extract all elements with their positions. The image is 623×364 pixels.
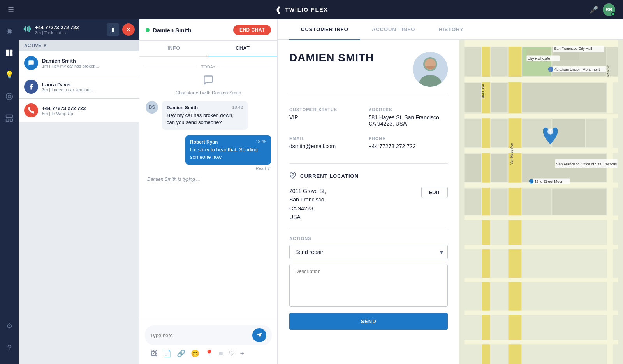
location-section: CURRENT LOCATION 2011 Grove St,San Franc… — [289, 172, 448, 330]
phone-label: PHONE — [369, 136, 448, 141]
chat-started: Chat started with Damien Smith — [146, 75, 271, 96]
user-avatar[interactable]: RR — [603, 4, 615, 16]
location-pin-icon — [289, 172, 296, 180]
tasks-panel: +44 77273 272 722 3m | Task status ⏸ ✕ A… — [19, 19, 139, 364]
map-panel: Ness Ave Van Ness Ave Polk St San Franci… — [459, 40, 623, 364]
chat-tools: 🖼 📄 🔗 😊 📍 ≡ ♡ + — [145, 345, 272, 359]
description-textarea[interactable] — [289, 264, 448, 307]
tab-history[interactable]: HISTORY — [427, 19, 475, 40]
active-call-bar: +44 77273 272 722 3m | Task status ⏸ ✕ — [19, 19, 139, 40]
task-name: Laura Davis — [42, 82, 134, 88]
map-container: Ness Ave Van Ness Ave Polk St San Franci… — [459, 40, 623, 364]
task-item[interactable]: +44 77273 272 722 5m | In Wrap Up — [19, 99, 139, 122]
svg-rect-29 — [465, 245, 618, 249]
end-call-button[interactable]: ✕ — [122, 23, 135, 36]
svg-rect-9 — [24, 28, 25, 30]
svg-text:i: i — [550, 68, 551, 72]
task-list: Damien Smith 1m | Hey my car has broken.… — [19, 51, 139, 364]
topnav: ☰ ❰ TWILIO FLEX 🎤 RR — [0, 0, 623, 19]
svg-text:Van Ness Ave: Van Ness Ave — [510, 143, 514, 164]
email-label: EMAIL — [289, 136, 369, 141]
link-icon[interactable]: 🔗 — [177, 349, 185, 358]
svg-rect-1 — [10, 50, 13, 53]
online-status-dot — [611, 12, 615, 16]
svg-rect-24 — [465, 77, 618, 82]
today-divider: TODAY — [146, 65, 271, 69]
svg-rect-45 — [586, 119, 607, 147]
chat-panel: Damien Smith END CHAT INFO CHAT TODAY Ch… — [139, 19, 278, 364]
status-value: VIP — [289, 114, 369, 121]
end-chat-button[interactable]: END CHAT — [233, 25, 271, 35]
task-item[interactable]: Damien Smith 1m | Hey my car has broken.… — [19, 51, 139, 75]
svg-text:42nd Street Moon: 42nd Street Moon — [534, 179, 563, 184]
sidebar-item-layout[interactable] — [2, 111, 16, 125]
chat-header: Damien Smith END CHAT — [139, 19, 277, 41]
chat-user-name: Damien Smith — [153, 27, 192, 33]
actions-section: ACTIONS Send repair Send tow truck Conta… — [289, 236, 448, 330]
list-icon[interactable]: ≡ — [219, 350, 223, 358]
msg-time: 18:45 — [255, 139, 266, 145]
sidebar-item-analytics[interactable] — [2, 89, 16, 103]
customer-info-panel: DAMIEN SMITH CUSTOMER STATUS — [278, 40, 459, 364]
tab-customer-info[interactable]: CUSTOMER INFO — [289, 19, 360, 40]
settings-icon[interactable]: ⚙ — [2, 319, 16, 333]
chat-messages: TODAY Chat started with Damien Smith DS … — [139, 57, 277, 320]
mic-icon[interactable]: 🎤 — [590, 5, 598, 14]
phone-value: +44 77273 272 722 — [369, 143, 448, 149]
svg-point-5 — [8, 95, 11, 98]
svg-rect-12 — [28, 26, 30, 32]
message-bubble: Damien Smith 18:42 Hey my car has broken… — [162, 101, 248, 130]
edit-location-button[interactable]: EDIT — [421, 187, 448, 198]
sidebar-item-tasks[interactable] — [2, 46, 16, 60]
sidebar-item-ideas[interactable]: 💡 — [2, 68, 16, 82]
svg-rect-22 — [607, 40, 613, 364]
logo-symbol: ❰ — [275, 5, 282, 14]
status-label: CUSTOMER STATUS — [289, 107, 369, 112]
svg-text:♪: ♪ — [530, 180, 532, 184]
svg-rect-41 — [465, 119, 481, 147]
chat-send-button[interactable] — [252, 328, 266, 342]
svg-rect-31 — [465, 311, 618, 315]
msg-text: Hey my car has broken down, can you send… — [167, 112, 243, 126]
send-button[interactable]: SEND — [289, 313, 448, 330]
tab-account-info[interactable]: ACCOUNT INFO — [360, 19, 427, 40]
svg-point-18 — [292, 173, 294, 175]
task-item[interactable]: Laura Davis 3m | I need a car sent out..… — [19, 75, 139, 99]
heart-icon[interactable]: ♡ — [229, 349, 235, 358]
task-name: +44 77273 272 722 — [42, 105, 134, 111]
customer-info-grid: CUSTOMER STATUS VIP ADDRESS 581 Hayes St… — [289, 96, 448, 156]
svg-rect-20 — [508, 40, 521, 364]
action-select[interactable]: Send repair Send tow truck Contact manag… — [289, 245, 448, 259]
active-header[interactable]: ACTIVE ▾ — [19, 40, 139, 51]
online-dot — [146, 28, 150, 32]
chat-input[interactable] — [150, 332, 248, 338]
file-icon[interactable]: 📄 — [163, 349, 171, 358]
task-avatar-phone — [24, 103, 38, 117]
svg-text:City Hall Cafe: City Hall Cafe — [528, 56, 550, 61]
sidebar-item-activity[interactable]: ◉ — [2, 24, 16, 38]
help-icon[interactable]: ? — [2, 341, 16, 355]
chat-bubble-icon — [203, 75, 214, 88]
menu-icon[interactable]: ☰ — [8, 5, 14, 14]
image-icon[interactable]: 🖼 — [150, 350, 157, 358]
svg-rect-30 — [465, 278, 618, 282]
tab-info[interactable]: INFO — [139, 41, 208, 56]
message-bubble-agent: Robert Ryan 18:45 I'm sorry to hear that… — [185, 135, 271, 164]
chat-input-area: 🖼 📄 🔗 😊 📍 ≡ ♡ + — [139, 320, 277, 364]
chevron-down-icon: ▾ — [44, 43, 46, 48]
svg-text:Abraham Lincoln Monument: Abraham Lincoln Monument — [554, 67, 600, 72]
tab-chat[interactable]: CHAT — [208, 41, 277, 56]
typing-indicator: Damien Smith is typing ... — [146, 177, 271, 182]
message-row: DS Damien Smith 18:42 Hey my car has bro… — [146, 101, 271, 130]
right-panel: CUSTOMER INFO ACCOUNT INFO HISTORY DAMIE… — [278, 19, 623, 364]
svg-text:Ness Ave: Ness Ave — [481, 84, 485, 99]
msg-sender-name: Robert Ryan — [190, 139, 218, 145]
svg-rect-10 — [25, 26, 26, 31]
svg-rect-25 — [465, 113, 618, 118]
svg-rect-38 — [465, 83, 481, 112]
emoji-icon[interactable]: 😊 — [191, 349, 199, 358]
add-icon[interactable]: + — [240, 350, 245, 358]
location-icon[interactable]: 📍 — [205, 349, 213, 358]
svg-text:San Francisco Office of Vital : San Francisco Office of Vital Records — [556, 162, 617, 166]
pause-button[interactable]: ⏸ — [107, 23, 119, 36]
